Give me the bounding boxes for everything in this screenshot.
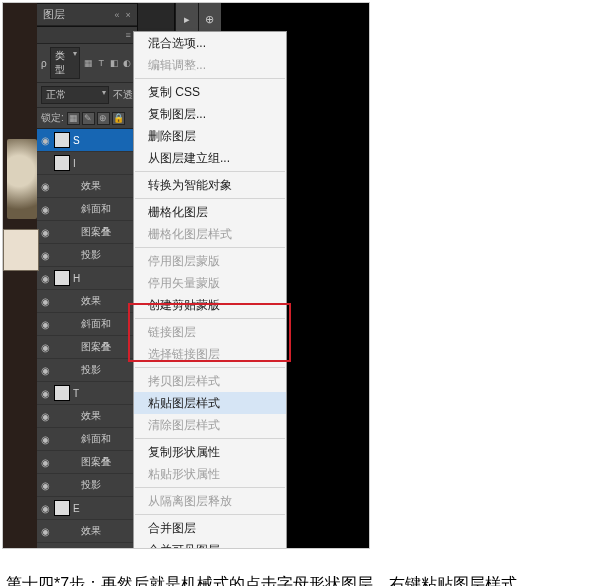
layer-name: 效果 bbox=[69, 179, 135, 193]
layer-effect-row[interactable]: ◉投影 bbox=[37, 359, 137, 382]
lock-icon[interactable]: ▦ bbox=[67, 112, 80, 125]
layer-effect-row[interactable]: ◉图案叠 bbox=[37, 221, 137, 244]
visibility-eye-icon[interactable]: ◉ bbox=[39, 503, 51, 514]
tool-button[interactable]: ⊕ bbox=[200, 9, 220, 29]
menu-item[interactable]: 合并图层 bbox=[134, 517, 286, 539]
layer-name: 图案叠 bbox=[69, 455, 135, 469]
menu-item: 编辑调整... bbox=[134, 54, 286, 76]
tool-button[interactable]: ▸ bbox=[177, 9, 197, 29]
filter-icon[interactable]: ◐ bbox=[122, 58, 133, 69]
screenshot-area: 图层 « × ≡ ρ 类型 ▦T◧◐ 正常 不透 锁定: ▦✎⊕🔒 bbox=[2, 2, 370, 549]
visibility-eye-icon[interactable]: ◉ bbox=[39, 388, 51, 399]
layer-name: 斜面和 bbox=[69, 317, 135, 331]
panel-menu-icon[interactable]: ≡ bbox=[37, 26, 137, 44]
layer-effect-row[interactable]: ◉投影 bbox=[37, 244, 137, 267]
visibility-eye-icon[interactable]: ◉ bbox=[39, 342, 51, 353]
layer-name: 效果 bbox=[69, 294, 135, 308]
lock-row: 锁定: ▦✎⊕🔒 bbox=[37, 108, 137, 129]
layer-effect-row[interactable]: ◉效果 bbox=[37, 175, 137, 198]
menu-item: 从隔离图层释放 bbox=[134, 490, 286, 512]
menu-item: 粘贴形状属性 bbox=[134, 463, 286, 485]
blend-mode-dropdown[interactable]: 正常 bbox=[41, 86, 109, 104]
menu-item[interactable]: 混合选项... bbox=[134, 32, 286, 54]
visibility-eye-icon[interactable]: ◉ bbox=[39, 296, 51, 307]
menu-item: 拷贝图层样式 bbox=[134, 370, 286, 392]
visibility-eye-icon[interactable]: ◉ bbox=[39, 319, 51, 330]
lock-icon[interactable]: 🔒 bbox=[112, 112, 125, 125]
layer-effect-row[interactable]: ◉效果 bbox=[37, 520, 137, 543]
canvas-edge bbox=[3, 3, 37, 548]
layer-effect-row[interactable]: ◉斜面和 bbox=[37, 198, 137, 221]
visibility-eye-icon[interactable]: ◉ bbox=[39, 411, 51, 422]
filter-row: ρ 类型 ▦T◧◐ bbox=[37, 44, 137, 83]
menu-item: 选择链接图层 bbox=[134, 343, 286, 365]
layer-effect-row[interactable]: ◉图案叠 bbox=[37, 336, 137, 359]
visibility-eye-icon[interactable]: ◉ bbox=[39, 365, 51, 376]
menu-item: 停用矢量蒙版 bbox=[134, 272, 286, 294]
layer-effect-row[interactable]: ◉投影 bbox=[37, 474, 137, 497]
menu-item[interactable]: 合并可见图层 bbox=[134, 539, 286, 549]
layers-list[interactable]: ◉SI◉效果◉斜面和◉图案叠◉投影◉H◉效果◉斜面和◉图案叠◉投影◉T◉效果◉斜… bbox=[37, 129, 137, 548]
menu-item[interactable]: 转换为智能对象 bbox=[134, 174, 286, 196]
layer-effect-row[interactable]: ◉图案叠 bbox=[37, 451, 137, 474]
menu-item[interactable]: 复制图层... bbox=[134, 103, 286, 125]
layer-row[interactable]: ◉E bbox=[37, 497, 137, 520]
panel-title: 图层 bbox=[43, 7, 65, 22]
layer-name: 图案叠 bbox=[69, 340, 135, 354]
layer-name: 斜面和 bbox=[69, 202, 135, 216]
layer-effect-row[interactable]: ◉效果 bbox=[37, 290, 137, 313]
close-icon[interactable]: × bbox=[125, 10, 130, 20]
layer-name: 投影 bbox=[69, 363, 135, 377]
layer-name: S bbox=[73, 135, 135, 146]
layer-effect-row[interactable]: ◉效果 bbox=[37, 405, 137, 428]
layer-name: I bbox=[73, 158, 135, 169]
layer-thumb bbox=[54, 270, 70, 286]
layer-row[interactable]: ◉S bbox=[37, 129, 137, 152]
menu-item[interactable]: 复制形状属性 bbox=[134, 441, 286, 463]
layer-row[interactable]: I bbox=[37, 152, 137, 175]
layer-effect-row[interactable]: ◉斜面和 bbox=[37, 543, 137, 548]
layer-context-menu[interactable]: 混合选项...编辑调整...复制 CSS复制图层...删除图层从图层建立组...… bbox=[133, 31, 287, 549]
visibility-eye-icon[interactable]: ◉ bbox=[39, 227, 51, 238]
photoshop-ui: 图层 « × ≡ ρ 类型 ▦T◧◐ 正常 不透 锁定: ▦✎⊕🔒 bbox=[3, 3, 369, 548]
layer-thumb bbox=[54, 155, 70, 171]
panel-header: 图层 « × bbox=[37, 3, 137, 26]
chevron-icon[interactable]: « bbox=[114, 10, 119, 20]
visibility-eye-icon[interactable]: ◉ bbox=[39, 480, 51, 491]
filter-icon[interactable]: ▦ bbox=[83, 58, 94, 69]
visibility-eye-icon[interactable]: ◉ bbox=[39, 250, 51, 261]
menu-item[interactable]: 复制 CSS bbox=[134, 81, 286, 103]
layers-panel: 图层 « × ≡ ρ 类型 ▦T◧◐ 正常 不透 锁定: ▦✎⊕🔒 bbox=[37, 3, 137, 548]
canvas-artwork-frame bbox=[3, 229, 39, 271]
lock-icon[interactable]: ⊕ bbox=[97, 112, 110, 125]
layer-effect-row[interactable]: ◉斜面和 bbox=[37, 428, 137, 451]
visibility-eye-icon[interactable]: ◉ bbox=[39, 434, 51, 445]
layer-name: 斜面和 bbox=[69, 547, 135, 548]
blend-row: 正常 不透 bbox=[37, 83, 137, 108]
visibility-eye-icon[interactable]: ◉ bbox=[39, 204, 51, 215]
layer-thumb bbox=[54, 500, 70, 516]
menu-item: 链接图层 bbox=[134, 321, 286, 343]
menu-item[interactable]: 删除图层 bbox=[134, 125, 286, 147]
visibility-eye-icon[interactable]: ◉ bbox=[39, 135, 51, 146]
filter-icon[interactable]: ◧ bbox=[109, 58, 120, 69]
layer-row[interactable]: ◉H bbox=[37, 267, 137, 290]
menu-item[interactable]: 栅格化图层 bbox=[134, 201, 286, 223]
menu-item[interactable]: 创建剪贴蒙版 bbox=[134, 294, 286, 316]
lock-label: 锁定: bbox=[41, 111, 64, 125]
canvas-artwork bbox=[7, 139, 37, 219]
visibility-eye-icon[interactable]: ◉ bbox=[39, 526, 51, 537]
layer-effect-row[interactable]: ◉斜面和 bbox=[37, 313, 137, 336]
visibility-eye-icon[interactable]: ◉ bbox=[39, 273, 51, 284]
filter-kind-dropdown[interactable]: 类型 bbox=[50, 47, 80, 79]
layer-name: T bbox=[73, 388, 135, 399]
layer-name: 图案叠 bbox=[69, 225, 135, 239]
layer-thumb bbox=[54, 132, 70, 148]
filter-icon[interactable]: T bbox=[96, 58, 107, 69]
menu-item[interactable]: 粘贴图层样式 bbox=[134, 392, 286, 414]
layer-row[interactable]: ◉T bbox=[37, 382, 137, 405]
menu-item[interactable]: 从图层建立组... bbox=[134, 147, 286, 169]
visibility-eye-icon[interactable]: ◉ bbox=[39, 181, 51, 192]
visibility-eye-icon[interactable]: ◉ bbox=[39, 457, 51, 468]
lock-icon[interactable]: ✎ bbox=[82, 112, 95, 125]
